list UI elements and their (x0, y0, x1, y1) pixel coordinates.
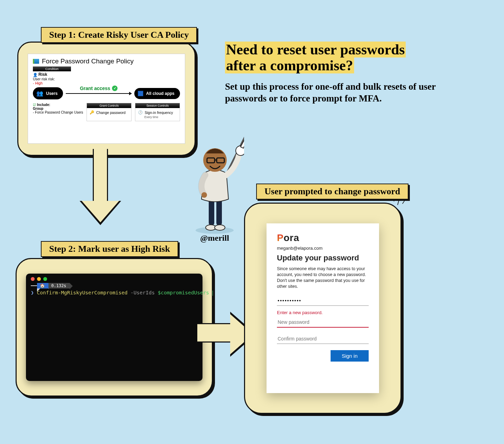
users-pill: 👥 Users (33, 87, 63, 99)
policy-flow-row: 👥 Users Grant access ✓ All cloud apps (33, 87, 180, 99)
users-icon: 👥 (36, 90, 43, 97)
cmd-name: Confirm-MgRiskyUserCompromised (37, 290, 127, 295)
password-update-card: Pora meganb@elapora.com Update your pass… (267, 223, 379, 393)
svg-point-5 (215, 225, 225, 230)
session-control-item: Sign-in frequency (145, 110, 173, 115)
grant-controls-header: Grant Controls (87, 103, 131, 108)
policy-icon (33, 59, 39, 64)
prompt-seg-time: 0.132s (48, 283, 70, 288)
new-password-input[interactable] (277, 317, 369, 328)
condition-header: Condition (33, 66, 71, 71)
risk-value: - High (33, 81, 180, 85)
users-pill-label: Users (46, 91, 57, 96)
grant-label: Grant access ✓ (80, 86, 118, 91)
user-risk-icon (33, 72, 37, 77)
risk-label: Risk (38, 72, 47, 77)
update-title: Update your password (277, 254, 369, 263)
clock-icon: 🕑 (138, 110, 143, 115)
cmd-param: -UserIds (130, 290, 155, 295)
apps-pill-label: All cloud apps (146, 91, 174, 96)
grant-controls-box: Grant Controls 🔑 Change password (87, 103, 132, 121)
terminal-prompt-bar: 🏠 0.132s (31, 283, 198, 288)
headline-title: Need to reset user passwords after a com… (225, 42, 447, 73)
brand-logo: Pora (277, 232, 369, 243)
result-tag: User prompted to change password (256, 184, 408, 199)
key-icon: 🔑 (90, 110, 94, 115)
prompt-seg-home: 🏠 (37, 283, 48, 288)
policy-title: Force Password Change Policy (42, 57, 134, 65)
risk-row: Risk (33, 72, 180, 77)
step1-panel: Force Password Change Policy Condition R… (24, 48, 189, 149)
terminal-command: ❯ Confirm-MgRiskyUserCompromised -UserId… (31, 290, 198, 296)
grant-controls-body: 🔑 Change password (87, 108, 131, 117)
headline-line2: after a compromise? (225, 57, 354, 73)
prompt-seg-apple (31, 285, 37, 286)
session-controls-header: Session Controls (135, 103, 180, 108)
grant-label-text: Grant access (80, 86, 110, 91)
confirm-password-input[interactable] (277, 334, 369, 344)
arrow-down (80, 149, 121, 229)
apps-pill: All cloud apps (134, 88, 180, 99)
policy-title-row: Force Password Change Policy (33, 57, 180, 65)
cmd-var: $compromisedUsers (158, 290, 209, 295)
prompt-caret: ❯ (31, 290, 34, 295)
window-min-icon[interactable] (37, 277, 41, 281)
session-controls-box: Session Controls 🕑 Sign-in frequency Eve… (135, 103, 180, 121)
step2-tag: Step 2: Mark user as High Risk (41, 241, 178, 257)
current-password-input[interactable] (277, 296, 369, 306)
risk-field: User risk risk: (33, 77, 180, 81)
user-email: meganb@elapora.com (277, 246, 369, 251)
ca-policy-card: Force Password Change Policy Condition R… (28, 54, 185, 144)
terminal-cursor (213, 291, 213, 296)
policy-bottom-row: ☑ Include: Group - Force Password Change… (33, 103, 180, 121)
grant-arrow: Grant access ✓ (66, 93, 132, 94)
sign-in-button[interactable]: Sign in (331, 350, 369, 362)
grant-control-item: Change password (96, 110, 126, 115)
include-check-icon: ☑ (33, 103, 36, 107)
result-panel: \ | / Pora meganb@elapora.com Update you… (253, 211, 393, 405)
password-error: Enter a new password. (277, 310, 369, 315)
window-max-icon[interactable] (43, 277, 47, 281)
step1-tag: Step 1: Create Risky User CA Policy (41, 27, 197, 43)
session-control-sub: Every time (142, 115, 180, 121)
window-close-icon[interactable] (31, 277, 35, 281)
include-label: Include: (37, 103, 50, 107)
include-box: ☑ Include: Group - Force Password Change… (33, 103, 83, 121)
apps-grid-icon (138, 91, 143, 96)
headline-sub: Set up this process for one-off and bulk… (225, 81, 447, 105)
headline-line1: Need to reset user passwords (225, 42, 406, 57)
terminal-window: 🏠 0.132s ❯ Confirm-MgRiskyUserCompromise… (26, 274, 202, 381)
headline-block: Need to reset user passwords after a com… (225, 42, 447, 105)
update-desc: Since someone else may have access to yo… (277, 266, 369, 290)
avatar-block: @merill (180, 132, 249, 243)
check-icon: ✓ (112, 86, 118, 91)
avatar-illustration (185, 132, 244, 236)
step2-panel: 🏠 0.132s ❯ Confirm-MgRiskyUserCompromise… (24, 267, 204, 388)
include-group: Group (33, 107, 43, 110)
svg-point-11 (201, 192, 207, 198)
include-group-value: - Force Password Change Users (33, 110, 83, 114)
terminal-dots (31, 277, 198, 281)
